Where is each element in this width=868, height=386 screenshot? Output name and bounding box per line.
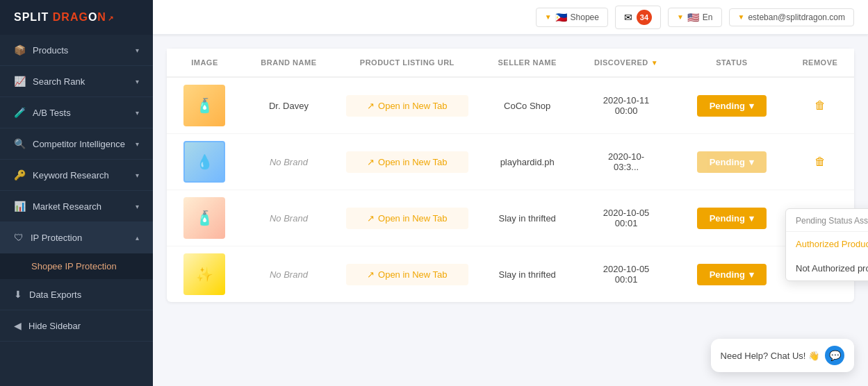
- sidebar-label-search-rank: Search Rank: [33, 76, 85, 87]
- ph-flag-icon: 🇵🇭: [555, 12, 567, 23]
- external-link-icon: ↗: [367, 157, 375, 167]
- sidebar-item-data-exports[interactable]: ⬇ Data Exports: [0, 279, 153, 310]
- status-pending-button[interactable]: Pending ▾: [697, 264, 767, 285]
- sidebar-item-ab-tests[interactable]: 🧪 A/B Tests ▾: [0, 97, 153, 128]
- delete-button[interactable]: 🗑: [812, 153, 828, 171]
- sort-icon: ▼: [651, 59, 658, 67]
- col-remove: REMOVE: [786, 49, 854, 77]
- cell-status: Pending ▾: [678, 246, 786, 303]
- product-link[interactable]: ↗ Open in New Tab: [346, 151, 468, 173]
- cell-discovered: 2020-10-05 00:01: [575, 190, 678, 246]
- cell-url: ↗ Open in New Tab: [335, 134, 480, 190]
- product-thumbnail: 🧴: [183, 85, 225, 126]
- external-link-icon: ↗: [367, 213, 375, 224]
- sidebar-label-data-exports: Data Exports: [29, 290, 81, 300]
- platform-selector[interactable]: ▼ 🇵🇭 Shopee: [536, 8, 608, 27]
- logo-brand: DRAGON: [53, 11, 106, 23]
- cell-url: ↗ Open in New Tab: [335, 246, 480, 303]
- sidebar-label-keyword: Keyword Research: [33, 170, 109, 181]
- header: ▼ 🇵🇭 Shopee ✉ 34 ▼ 🇺🇸 En ▼ esteban@split…: [153, 0, 868, 35]
- dropdown-not-authorized-option[interactable]: Not Authorized product: [786, 256, 868, 280]
- product-link[interactable]: ↗ Open in New Tab: [346, 264, 468, 285]
- chevron-down-icon: ▾: [136, 47, 139, 54]
- cell-brand: No Brand: [243, 246, 335, 303]
- product-link[interactable]: ↗ Open in New Tab: [346, 208, 468, 229]
- notification-badge: 34: [637, 10, 652, 25]
- sidebar-item-competitor[interactable]: 🔍 Competitor Intelligence ▾: [0, 128, 153, 160]
- status-pending-button[interactable]: Pending ▾: [697, 208, 767, 229]
- sidebar-item-hide-sidebar[interactable]: ◀ Hide Sidebar: [0, 310, 153, 342]
- cell-brand: No Brand: [243, 190, 335, 246]
- table-header-row: IMAGE BRAND NAME PRODUCT LISTING URL SEL…: [167, 49, 854, 77]
- logo-arrow: ↗: [108, 15, 114, 22]
- dropdown-arrow-icon: ▾: [749, 213, 754, 224]
- sidebar-label-market: Market Research: [33, 201, 101, 212]
- sidebar-label-ip-protection: IP Protection: [31, 233, 82, 243]
- cell-brand: No Brand: [243, 134, 335, 190]
- sidebar-item-market[interactable]: 📊 Market Research ▾: [0, 191, 153, 222]
- cell-discovered: 2020-10-05 00:01: [575, 246, 678, 303]
- notifications-button[interactable]: ✉ 34: [615, 6, 661, 29]
- market-icon: 📊: [14, 201, 26, 212]
- status-pending-button[interactable]: Pending ▾: [697, 95, 767, 117]
- mail-icon: ✉: [624, 12, 632, 23]
- search-rank-icon: 📈: [14, 76, 26, 87]
- sidebar-item-ip-protection[interactable]: 🛡 IP Protection ▴: [0, 222, 153, 253]
- sidebar-item-products[interactable]: 📦 Products ▾: [0, 35, 153, 66]
- cell-status: Pending ▾: [678, 134, 786, 190]
- chevron-down-icon: ▾: [136, 203, 139, 210]
- cell-url: ↗ Open in New Tab: [335, 77, 480, 134]
- product-thumbnail: 💧: [183, 141, 225, 183]
- chevron-down-icon: ▾: [136, 78, 139, 85]
- cell-status: Pending ▾: [678, 190, 786, 246]
- external-link-icon: ↗: [367, 269, 375, 280]
- cell-seller: playhardid.ph: [480, 134, 575, 190]
- dropdown-arrow-icon: ▾: [749, 101, 754, 111]
- col-discovered[interactable]: DISCOVERED ▼: [575, 49, 678, 77]
- chevron-down-icon: ▾: [136, 109, 139, 117]
- page-content: IMAGE BRAND NAME PRODUCT LISTING URL SEL…: [153, 35, 868, 386]
- user-email: esteban@splitdragon.com: [748, 12, 845, 22]
- sidebar-item-keyword[interactable]: 🔑 Keyword Research ▾: [0, 160, 153, 191]
- col-status: STATUS: [678, 49, 786, 77]
- table-row: 🧴 Dr. Davey ↗ Open in New Tab C: [167, 77, 854, 134]
- logo: SPLIT DRAGON↗: [0, 0, 153, 35]
- dropdown-arrow-icon: ▾: [749, 157, 754, 167]
- cell-status: Pending ▾: [678, 77, 786, 134]
- col-seller: SELLER NAME: [480, 49, 575, 77]
- lang-dot: ▼: [677, 13, 684, 21]
- logo-text: SPLIT DRAGON↗: [14, 11, 114, 24]
- cell-remove: 🗑: [786, 77, 854, 134]
- language-selector[interactable]: ▼ 🇺🇸 En: [668, 8, 722, 27]
- chat-widget[interactable]: Need Help? Chat Us! 👋 💬: [711, 339, 854, 372]
- chat-icon: 💬: [825, 346, 844, 365]
- platform-label: Shopee: [571, 12, 599, 22]
- col-image: IMAGE: [167, 49, 243, 77]
- ip-protection-icon: 🛡: [14, 232, 24, 243]
- cell-seller: Slay in thrifted: [480, 246, 575, 303]
- external-link-icon: ↗: [367, 101, 375, 111]
- delete-button[interactable]: 🗑: [812, 96, 828, 115]
- chevron-down-icon: ▾: [136, 140, 139, 148]
- table-row: 💧 No Brand ↗ Open in New Tab pl: [167, 134, 854, 190]
- sidebar-subitem-shopee-ip[interactable]: Shopee IP Protection: [0, 253, 153, 279]
- user-menu-button[interactable]: ▼ esteban@splitdragon.com: [729, 8, 855, 26]
- keyword-icon: 🔑: [14, 169, 26, 181]
- col-brand: BRAND NAME: [243, 49, 335, 77]
- dropdown-authorized-option[interactable]: Authorized Product: [786, 232, 868, 256]
- product-link[interactable]: ↗ Open in New Tab: [346, 95, 468, 117]
- chevron-up-icon: ▴: [136, 234, 139, 242]
- platform-dot: ▼: [545, 13, 552, 21]
- products-icon: 📦: [14, 44, 26, 56]
- status-pending-button[interactable]: Pending ▾: [697, 151, 767, 173]
- data-exports-icon: ⬇: [14, 289, 22, 300]
- cell-image: ✨: [167, 246, 243, 303]
- cell-seller: CoCo Shop: [480, 77, 575, 134]
- user-dot: ▼: [738, 13, 745, 21]
- sidebar-item-search-rank[interactable]: 📈 Search Rank ▾: [0, 66, 153, 97]
- cell-image: 🧴: [167, 190, 243, 246]
- sidebar: SPLIT DRAGON↗ 📦 Products ▾ 📈 Search Rank…: [0, 0, 153, 386]
- sidebar-label-hide-sidebar: Hide Sidebar: [28, 321, 81, 331]
- cell-discovered: 2020-10-11 00:00: [575, 77, 678, 134]
- chat-label: Need Help? Chat Us! 👋: [721, 351, 819, 361]
